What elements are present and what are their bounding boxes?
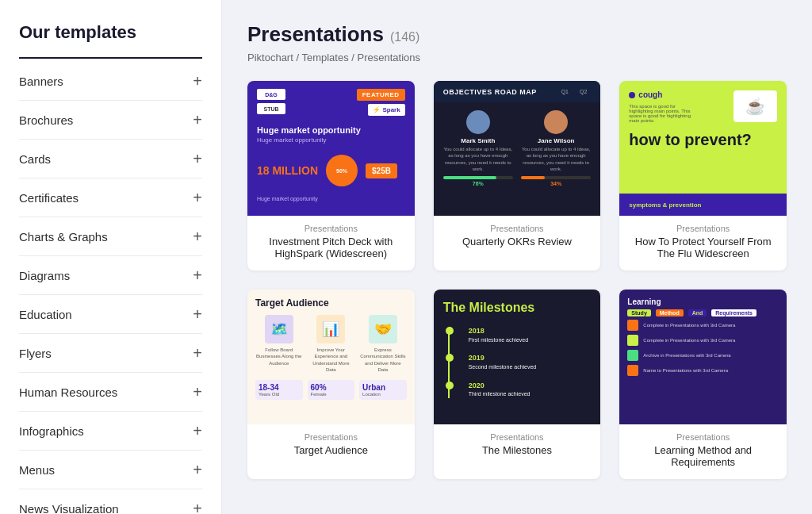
template-name-2: Quarterly OKRs Review: [443, 236, 592, 247]
thumb-4-stat1: 18-34 Years Old: [255, 380, 303, 400]
sidebar-item-charts-graphs[interactable]: Charts & Graphs +: [19, 217, 202, 256]
template-thumb-5: The Milestones 2018 First milestone achi…: [434, 290, 601, 424]
breadcrumb: Piktochart / Templates / Presentations: [247, 52, 787, 63]
templates-grid: D&G STUB FEATURED ⚡Spark Huge market opp…: [247, 81, 787, 479]
sidebar-item-menus[interactable]: Menus +: [19, 451, 202, 489]
template-category-2: Presentations: [443, 224, 592, 233]
sidebar: Our templates Banners + Brochures + Card…: [0, 0, 222, 514]
template-thumb-6: Learning Study Method And Requirements C…: [619, 290, 787, 424]
thumb-5-dot-3: [446, 382, 454, 389]
thumb-3-cough: cough: [638, 90, 662, 99]
sidebar-divider: [19, 57, 202, 59]
thumb-1-sub: Huge market opportunity: [257, 136, 405, 144]
template-card-quarterly-okrs[interactable]: OBJECTIVES ROAD MAP Q1 Q2 Mark Smith You…: [434, 81, 601, 270]
thumb-5-text-2: 2019 Second milestone achieved: [469, 353, 537, 370]
sidebar-item-diagrams[interactable]: Diagrams +: [19, 256, 202, 295]
sidebar-item-certificates[interactable]: Certificates +: [19, 178, 202, 217]
thumb-3-desc: This space is good for highlighting main…: [629, 104, 692, 123]
thumb-2-bar2: [521, 176, 545, 179]
thumb-6-text-1: Complete in Presentations with 3rd Camer…: [643, 322, 735, 328]
template-thumb-2: OBJECTIVES ROAD MAP Q1 Q2 Mark Smith You…: [434, 81, 601, 216]
plus-icon-education: +: [193, 306, 202, 322]
thumb-5-dot-1: [446, 327, 454, 335]
template-category-4: Presentations: [257, 432, 405, 442]
plus-icon-brochures: +: [193, 112, 202, 128]
thumb-6-header: Learning: [627, 297, 779, 306]
plus-icon-diagrams: +: [193, 267, 202, 283]
sidebar-item-cards[interactable]: Cards +: [19, 140, 202, 178]
thumb-3-bottom-bar: symptoms & prevention: [619, 194, 787, 216]
sidebar-item-label-menus: Menus: [19, 463, 55, 477]
template-category-1: Presentations: [257, 224, 405, 233]
page-header: Presentations (146) Piktochart / Templat…: [247, 22, 787, 63]
thumb-2-pct2: 34%: [550, 181, 561, 186]
main-content: Presentations (146) Piktochart / Templat…: [222, 0, 812, 514]
thumb-4-label2: Improve Your Experience and Understand M…: [308, 347, 355, 374]
sidebar-item-label-cards: Cards: [19, 152, 51, 166]
thumb-6-text-2: Complete in Presentations with 3rd Camer…: [643, 337, 735, 343]
template-card-learning[interactable]: Learning Study Method And Requirements C…: [619, 290, 787, 479]
template-info-4: Presentations Target Audience: [247, 424, 415, 467]
template-name-1: Investment Pitch Deck with HighSpark (Wi…: [257, 236, 405, 259]
thumb-6-item-1: Complete in Presentations with 3rd Camer…: [627, 320, 779, 331]
thumb-3-how-text: how to prevent?: [629, 131, 777, 148]
sidebar-item-label-diagrams: Diagrams: [19, 269, 70, 282]
template-card-investment-pitch[interactable]: D&G STUB FEATURED ⚡Spark Huge market opp…: [247, 81, 415, 270]
thumb-3-mug-icon: ☕: [733, 90, 777, 122]
sidebar-item-human-resources[interactable]: Human Resources +: [19, 373, 202, 412]
thumb-1-circle: 90%: [326, 155, 358, 186]
sidebar-item-label-brochures: Brochures: [19, 113, 73, 127]
sidebar-item-flyers[interactable]: Flyers +: [19, 334, 202, 373]
plus-icon-flyers: +: [193, 345, 202, 361]
template-category-6: Presentations: [629, 432, 777, 442]
template-card-target-audience[interactable]: Target Audience 🗺️ Follow Board Business…: [247, 290, 415, 479]
template-category-5: Presentations: [443, 432, 592, 442]
template-thumb-4: Target Audience 🗺️ Follow Board Business…: [247, 290, 415, 424]
template-thumb-3: cough This space is good for highlightin…: [619, 81, 787, 216]
thumb-3-main-text: how to prevent?: [629, 131, 777, 148]
thumb-4-label3: Express Communication Skills and Deliver…: [359, 347, 407, 374]
sidebar-item-label-flyers: Flyers: [19, 347, 52, 360]
template-name-3: How To Protect Yourself From The Flu Wid…: [629, 236, 777, 259]
template-info-5: Presentations The Milestones: [434, 424, 601, 467]
thumb-5-item-1: 2018 First milestone achieved: [453, 326, 592, 343]
sidebar-item-label-banners: Banners: [19, 75, 63, 88]
thumb-4-stats: 18-34 Years Old 60% Female Urban Locatio…: [255, 380, 407, 400]
sidebar-item-label-news-visualization: News Visualization: [19, 502, 119, 515]
thumb-1-spark-badge: ⚡Spark: [368, 104, 404, 116]
template-name-4: Target Audience: [257, 444, 405, 456]
thumb-3-bottom-text: symptoms & prevention: [629, 201, 701, 209]
thumb-2-progress1: [443, 176, 513, 179]
template-info-3: Presentations How To Protect Yourself Fr…: [619, 216, 787, 270]
template-card-milestones[interactable]: The Milestones 2018 First milestone achi…: [434, 290, 601, 479]
thumb-1-featured-badge: FEATURED: [357, 89, 405, 101]
template-name-5: The Milestones: [443, 444, 592, 456]
sidebar-item-label-human-resources: Human Resources: [19, 386, 117, 399]
page-count: (146): [390, 30, 419, 44]
thumb-6-item-2: Complete in Presentations with 3rd Camer…: [627, 335, 779, 346]
thumb-4-label1: Follow Board Businesses Along the Audien…: [255, 347, 303, 366]
sidebar-item-label-certificates: Certificates: [19, 191, 79, 205]
thumb-2-text2: You could allocate up to 4 Ideas, as lon…: [521, 146, 591, 173]
thumb-6-tag-row: Study Method And Requirements: [627, 309, 779, 316]
thumb-2-name1: Mark Smith: [461, 137, 495, 144]
thumb-6-item-3: Archive in Presentations with 3rd Camera: [627, 350, 779, 361]
plus-icon-charts-graphs: +: [193, 228, 202, 244]
template-card-flu[interactable]: cough This space is good for highlightin…: [619, 81, 787, 270]
thumb-6-icon-1: [627, 320, 638, 331]
sidebar-item-news-visualization[interactable]: News Visualization +: [19, 489, 202, 514]
page-title-row: Presentations (146): [247, 22, 787, 47]
sidebar-item-infographics[interactable]: Infographics +: [19, 412, 202, 451]
template-name-6: Learning Method and Requirements: [629, 444, 777, 468]
thumb-5-item-2: 2019 Second milestone achieved: [453, 353, 592, 370]
thumb-6-item-4: Name to Presentations with 3rd Camera: [627, 365, 779, 376]
thumb-5-dot-2: [446, 354, 454, 362]
sidebar-item-education[interactable]: Education +: [19, 295, 202, 334]
sidebar-item-brochures[interactable]: Brochures +: [19, 101, 202, 140]
thumb-2-title: OBJECTIVES ROAD MAP: [443, 88, 537, 96]
sidebar-item-banners[interactable]: Banners +: [19, 62, 202, 101]
thumb-3-dot: [629, 92, 635, 98]
thumb-2-bar1: [443, 176, 496, 179]
plus-icon-certificates: +: [193, 190, 202, 205]
thumb-6-items: Complete in Presentations with 3rd Camer…: [627, 320, 779, 376]
